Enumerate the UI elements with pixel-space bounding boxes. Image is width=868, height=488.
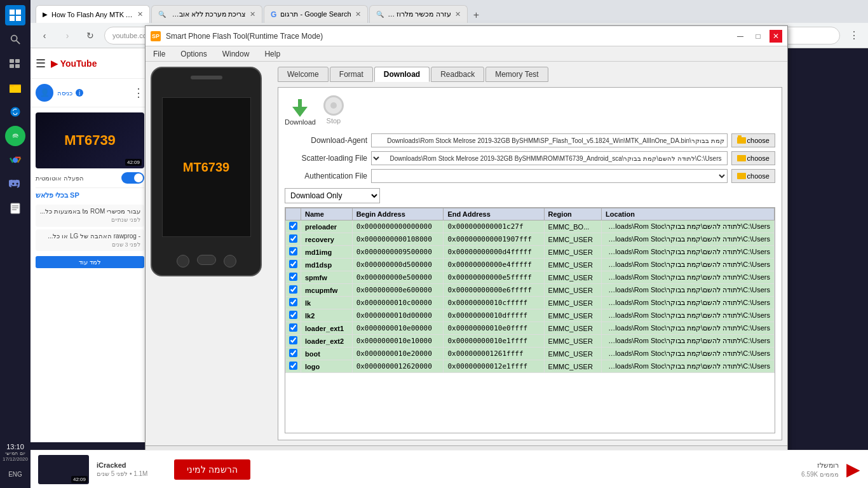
row-end: 0x00000000000e6fffff <box>444 284 544 297</box>
extensions-button[interactable]: ⋮ <box>845 27 863 44</box>
row-end: 0x00000000000e5fffff <box>444 271 544 284</box>
row-checkbox-cell[interactable] <box>286 297 301 309</box>
col-header-check <box>286 208 301 220</box>
row-region: EMMC_USER <box>544 297 602 309</box>
row-name: loader_ext2 <box>301 335 353 348</box>
row-location: C:\Users\לתודה להשם\קמת בבוקר\Downloads\… <box>602 348 775 360</box>
tab-memory-test[interactable]: Memory Test <box>485 67 548 82</box>
autoplay-toggle[interactable] <box>121 172 144 184</box>
account-menu-btn[interactable]: ⋮ <box>133 86 144 100</box>
tab-readback[interactable]: Readback <box>431 67 484 82</box>
video-duration: 42:09 <box>125 159 142 166</box>
row-checkbox-cell[interactable] <box>286 360 301 373</box>
svg-rect-6 <box>10 59 14 63</box>
row-end: 0x000000001261ffff <box>444 348 544 360</box>
discord-icon[interactable] <box>5 174 25 194</box>
tab-close-2[interactable]: ✕ <box>250 10 255 18</box>
tab-welcome[interactable]: Welcome <box>278 67 329 82</box>
row-checkbox-cell[interactable] <box>286 246 301 259</box>
notepad-icon[interactable] <box>5 198 25 219</box>
svg-line-5 <box>17 41 20 44</box>
menu-window[interactable]: Window <box>220 48 252 60</box>
edge-icon[interactable] <box>5 102 25 122</box>
table-row: logo 0x0000000012620000 0x00000000012e1f… <box>286 360 775 373</box>
choose-btn-auth[interactable]: choose <box>731 169 775 183</box>
row-checkbox-cell[interactable] <box>286 284 301 297</box>
row-checkbox-cell[interactable] <box>286 233 301 246</box>
minimize-button[interactable]: ─ <box>734 30 747 43</box>
row-name: logo <box>301 360 353 373</box>
row-begin: 0x000000000e500000 <box>352 271 444 284</box>
yt-logo: ▶ YouTube <box>51 58 97 69</box>
yt-play-button[interactable]: ▶ <box>846 459 860 480</box>
download-mode-select[interactable]: Download Only <box>285 188 380 203</box>
tab-favicon-1: ▶ <box>43 11 48 18</box>
choose-label-3: choose <box>747 172 770 180</box>
tab-close-1[interactable]: ✕ <box>137 10 143 18</box>
tab-download[interactable]: Download <box>374 67 430 82</box>
row-region: EMMC_USER <box>544 246 602 259</box>
row-begin: 0x0000000000000000 <box>352 220 444 233</box>
register-button[interactable]: הרשמה למיני <box>174 459 250 480</box>
menu-options[interactable]: Options <box>178 48 209 60</box>
auth-input[interactable] <box>371 169 728 183</box>
user-avatar: 👤 <box>36 84 53 102</box>
col-header-region: Region <box>544 208 602 220</box>
back-button[interactable]: ‹ <box>36 27 53 44</box>
row-checkbox-cell[interactable] <box>286 322 301 335</box>
video-thumbnail: MT6739 42:09 <box>36 112 144 168</box>
choose-btn-scatter[interactable]: choose <box>731 151 775 165</box>
maximize-button[interactable]: □ <box>752 30 764 43</box>
table-row: lk2 0x0000000010d00000 0x00000000010dfff… <box>286 309 775 322</box>
svg-text:i: i <box>79 90 80 97</box>
table-row: preloader 0x0000000000000000 0x000000000… <box>286 220 775 233</box>
row-checkbox-cell[interactable] <box>286 335 301 348</box>
row-begin: 0x0000000010e10000 <box>352 335 444 348</box>
tab-format[interactable]: Format <box>330 67 373 82</box>
browser-tab-4[interactable]: 🔍 עזרה מכשיר מלרוז 2019 תקוע עם... ✕ <box>369 5 468 23</box>
browser-tab-flash[interactable]: ▶ How To Flash Any MTK Android ✕ <box>36 5 150 23</box>
row-location: C:\Users\לתודה להשם\קמת בבוקר\Downloads\… <box>602 297 775 309</box>
comment-block-2: - rawprog האהבה של LG או כל... לפני 3 שנ… <box>36 229 144 252</box>
refresh-button[interactable]: ↻ <box>81 27 99 44</box>
file-explorer-icon[interactable] <box>5 78 25 98</box>
bottom-thumbnail: 42:09 <box>38 455 89 484</box>
folder-icon-scatter <box>737 155 746 161</box>
learn-more-button[interactable]: למד עוד <box>36 256 144 268</box>
login-link[interactable]: כניסה <box>57 90 72 97</box>
forward-button[interactable]: › <box>58 27 76 44</box>
close-button[interactable]: ✕ <box>770 30 782 43</box>
yt-menu-icon[interactable]: ☰ <box>36 57 46 71</box>
menu-file[interactable]: File <box>151 48 168 60</box>
tab-close-3[interactable]: ✕ <box>355 10 361 18</box>
row-checkbox-cell[interactable] <box>286 220 301 233</box>
stop-action-btn[interactable]: Stop <box>323 95 344 125</box>
task-view-icon[interactable] <box>5 53 25 74</box>
tab-close-4[interactable]: ✕ <box>455 10 461 18</box>
phone-speaker <box>191 76 222 79</box>
row-checkbox-cell[interactable] <box>286 309 301 322</box>
row-checkbox-cell[interactable] <box>286 348 301 360</box>
row-region: EMMC_BO... <box>544 220 602 233</box>
search-taskbar-icon[interactable] <box>5 29 25 50</box>
row-location: C:\Users\לתודה להשם\קמת בבוקר\Downloads\… <box>602 271 775 284</box>
row-location: C:\Users\לתודה להשם\קמת בבוקר\Downloads\… <box>602 284 775 297</box>
stop-btn-label: Stop <box>327 117 341 125</box>
download-action-btn[interactable]: Download <box>285 94 316 126</box>
row-region: EMMC_USER <box>544 284 602 297</box>
choose-btn-agent[interactable]: choose <box>731 133 775 147</box>
table-row: lk 0x0000000010c00000 0x00000000010cffff… <box>286 297 775 309</box>
scatter-input[interactable]: C:\Users\לתודה להשם\קמת בבוקר\Downloads\… <box>371 151 728 165</box>
browser-tab-3[interactable]: G Google Search - תרגום ✕ <box>264 5 368 23</box>
new-tab-button[interactable]: + <box>469 8 484 23</box>
start-button[interactable] <box>5 5 25 25</box>
row-name: recovery <box>301 233 353 246</box>
row-checkbox-cell[interactable] <box>286 259 301 271</box>
download-agent-input[interactable] <box>371 133 728 147</box>
spotify-icon[interactable] <box>5 126 25 146</box>
row-checkbox-cell[interactable] <box>286 271 301 284</box>
browser-tab-2[interactable]: 🔍 צריכת מערכת ללא אובדן נתונים ✕ <box>151 5 262 23</box>
row-location: C:\Users\לתודה להשם\קמת בבוקר\Downloads\… <box>602 233 775 246</box>
chrome-icon[interactable] <box>5 150 25 170</box>
menu-help[interactable]: Help <box>262 48 283 60</box>
